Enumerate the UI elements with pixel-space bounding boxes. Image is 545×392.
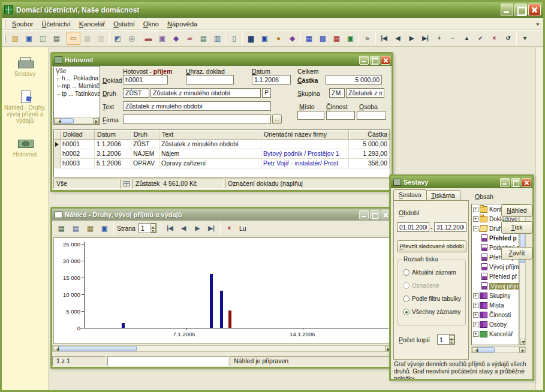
- stamp-icon[interactable]: ▬: [141, 32, 155, 45]
- zoom-label[interactable]: Lu: [239, 225, 246, 232]
- cash-account-item[interactable]: mp ... Maminčin: [54, 82, 100, 90]
- cash-accounts-tree[interactable]: Vše h ... Pokladnamp ... Maminčintp ... …: [53, 66, 100, 125]
- menu-item-0[interactable]: Soubor: [8, 19, 37, 29]
- text-input[interactable]: [123, 101, 271, 111]
- datum-input[interactable]: [252, 75, 291, 85]
- firma-input[interactable]: [123, 114, 271, 124]
- spin-down-icon[interactable]: [449, 340, 454, 345]
- radio-option-3[interactable]: Všechny záznamy: [403, 308, 460, 316]
- hotovost-close-button[interactable]: [381, 56, 390, 65]
- tree-horizontal-scrollbar[interactable]: [471, 346, 526, 353]
- scroll-left-icon[interactable]: [472, 347, 478, 352]
- page-next-icon[interactable]: ▶: [191, 222, 204, 235]
- skupina-name-input[interactable]: [346, 88, 384, 98]
- cash-account-item[interactable]: tp ... Tatínkova: [54, 90, 100, 98]
- column-header[interactable]: Druh: [131, 130, 159, 140]
- druh-code-input[interactable]: [123, 88, 149, 98]
- book-icon[interactable]: ▥: [210, 32, 224, 45]
- print-setup-icon[interactable]: ▤: [69, 222, 83, 235]
- radio-option-2[interactable]: Podle filtru tabulky: [403, 295, 461, 303]
- tree-item[interactable]: Vývoj příjm: [472, 281, 519, 291]
- nav-last-icon[interactable]: ▶|: [418, 32, 432, 45]
- page-spinner[interactable]: [138, 223, 156, 233]
- record-delete-icon[interactable]: −: [446, 32, 460, 45]
- page-first-icon[interactable]: |◀: [163, 222, 177, 235]
- menu-item-1[interactable]: Účetnictví: [37, 19, 74, 29]
- record-refresh-icon[interactable]: ↺: [501, 32, 515, 45]
- sestavy-close-button[interactable]: [522, 178, 531, 187]
- tree-horizontal-scrollbar[interactable]: [54, 117, 100, 124]
- column-header[interactable]: Částka: [349, 130, 390, 140]
- open-icon[interactable]: ▨: [8, 32, 22, 45]
- exchange-icon[interactable]: ▣: [344, 32, 357, 45]
- scroll-thumb[interactable]: [61, 118, 74, 123]
- help-book-icon[interactable]: ◆: [285, 32, 299, 45]
- sidebar-item-0[interactable]: Sestavy: [4, 57, 47, 77]
- print-icon[interactable]: ▤: [50, 32, 64, 45]
- calculator-icon[interactable]: ▦: [302, 32, 316, 45]
- maximize-button[interactable]: [514, 4, 527, 16]
- spin-down-icon[interactable]: [150, 228, 156, 233]
- zavrit-button[interactable]: Zavřít: [501, 247, 532, 260]
- tab-sestava[interactable]: Sestava: [393, 189, 427, 201]
- skupina-code-input[interactable]: [329, 88, 345, 98]
- record-post-icon[interactable]: ✓: [474, 32, 487, 45]
- table-row[interactable]: h00011.1.2006ZŮSTZůstatek z minulého obd…: [54, 140, 390, 149]
- nav-prev-icon[interactable]: ◀: [391, 32, 405, 45]
- expand-icon[interactable]: +: [473, 293, 478, 298]
- menu-grip[interactable]: [4, 20, 5, 28]
- coins-icon[interactable]: ●: [272, 32, 285, 45]
- sidebar-item-1[interactable]: Náhled - Druhy, vývoj příjmů a výdajů: [4, 91, 47, 124]
- tree-item[interactable]: Vývoj příjm: [472, 262, 519, 272]
- calc-disk-icon[interactable]: ▣: [258, 32, 272, 45]
- preview-horizontal-scrollbar[interactable]: [52, 345, 392, 352]
- record-edit-icon[interactable]: ▲: [460, 32, 474, 45]
- spreadsheet-icon[interactable]: ▩: [316, 32, 330, 45]
- menu-overflow-icon[interactable]: [534, 20, 541, 28]
- copy-icon[interactable]: ▣: [155, 32, 169, 45]
- sestavy-minimize-button[interactable]: [500, 178, 510, 187]
- page-prev-icon[interactable]: ◀: [177, 222, 191, 235]
- nahled-button[interactable]: Náhled: [501, 204, 532, 217]
- expand-icon[interactable]: +: [473, 331, 478, 337]
- menu-item-2[interactable]: Kancelář: [75, 19, 109, 29]
- sestavy-titlebar[interactable]: Sestavy: [391, 176, 532, 188]
- preview-minimize-button[interactable]: [359, 210, 369, 219]
- copies-spinner[interactable]: [437, 334, 455, 345]
- sidebar-item-2[interactable]: Hotovost: [4, 137, 47, 158]
- osoba-input[interactable]: [357, 111, 386, 120]
- column-header[interactable]: Text: [159, 130, 261, 140]
- scroll-thumb[interactable]: [478, 347, 495, 352]
- scroll-right-icon[interactable]: [93, 118, 99, 123]
- hotovost-maximize-button[interactable]: [370, 56, 380, 65]
- export-icon[interactable]: ◫: [36, 32, 50, 45]
- tree-item[interactable]: Přehled př: [472, 272, 519, 281]
- books-icon[interactable]: ◆: [169, 32, 183, 45]
- collapse-icon[interactable]: −: [473, 226, 478, 231]
- toolbar-grip[interactable]: [4, 34, 6, 43]
- close-preview-icon[interactable]: ×: [222, 222, 236, 235]
- scroll-left-icon[interactable]: [55, 118, 61, 123]
- column-header[interactable]: Datum: [95, 130, 131, 140]
- spin-up-icon[interactable]: [449, 335, 454, 340]
- hotovost-minimize-button[interactable]: [359, 56, 369, 65]
- tree-item[interactable]: +Kancelář: [472, 329, 519, 339]
- record-insert-icon[interactable]: +: [432, 32, 446, 45]
- toolbar-options-icon[interactable]: »: [360, 32, 374, 45]
- firma-lookup-button[interactable]: …: [272, 114, 282, 124]
- menu-item-5[interactable]: Nápověda: [163, 19, 201, 29]
- expand-icon[interactable]: +: [473, 216, 478, 222]
- save-icon[interactable]: ▣: [22, 32, 36, 45]
- page-last-icon[interactable]: ▶|: [204, 222, 218, 235]
- report-icon[interactable]: ▯: [227, 32, 241, 45]
- tree-item[interactable]: +Místa: [472, 300, 519, 310]
- obdobi-from-input[interactable]: [397, 222, 429, 232]
- eraser-icon[interactable]: ▰: [183, 32, 197, 45]
- tree-root[interactable]: Vše: [54, 67, 100, 74]
- notes-icon[interactable]: ▤: [197, 32, 210, 45]
- expand-icon[interactable]: +: [473, 303, 478, 308]
- sestavy-maximize-button[interactable]: [511, 178, 520, 187]
- scroll-right-icon[interactable]: [519, 347, 525, 352]
- obdobi-to-input[interactable]: [434, 222, 466, 232]
- nav-first-icon[interactable]: |◀: [377, 32, 391, 45]
